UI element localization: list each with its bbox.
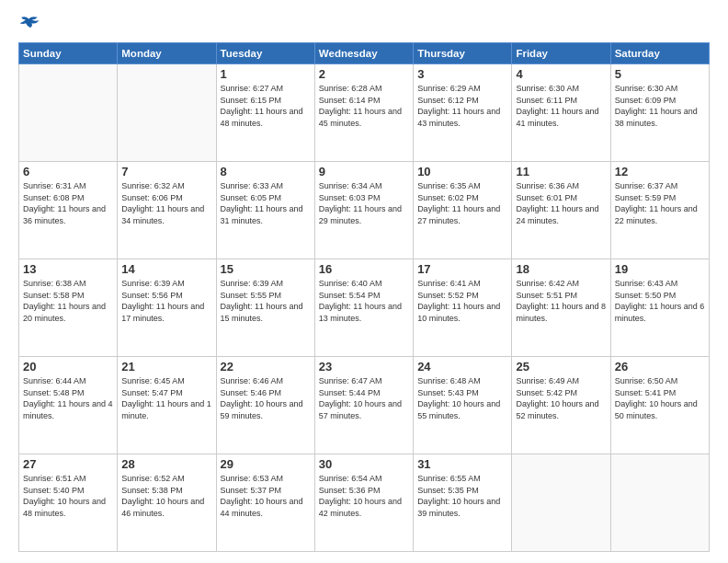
day-info: Sunrise: 6:38 AM Sunset: 5:58 PM Dayligh… — [23, 278, 113, 324]
day-info: Sunrise: 6:53 AM Sunset: 5:37 PM Dayligh… — [221, 473, 311, 519]
day-info: Sunrise: 6:33 AM Sunset: 6:05 PM Dayligh… — [221, 180, 311, 226]
calendar-day-cell: 16Sunrise: 6:40 AM Sunset: 5:54 PM Dayli… — [314, 259, 413, 357]
day-number: 30 — [319, 457, 409, 471]
calendar-day-header: Saturday — [610, 43, 709, 64]
calendar-header-row: SundayMondayTuesdayWednesdayThursdayFrid… — [19, 43, 710, 64]
calendar-week-row: 27Sunrise: 6:51 AM Sunset: 5:40 PM Dayli… — [19, 454, 710, 552]
day-number: 21 — [121, 360, 211, 373]
day-number: 4 — [516, 67, 606, 81]
calendar-day-header: Monday — [118, 43, 216, 64]
calendar-day-cell: 1Sunrise: 6:27 AM Sunset: 6:15 PM Daylig… — [216, 64, 314, 162]
calendar-day-cell — [19, 64, 118, 162]
day-number: 3 — [417, 67, 507, 81]
day-info: Sunrise: 6:35 AM Sunset: 6:02 PM Dayligh… — [417, 180, 507, 226]
calendar-day-cell: 11Sunrise: 6:36 AM Sunset: 6:01 PM Dayli… — [512, 162, 610, 259]
calendar-day-cell: 13Sunrise: 6:38 AM Sunset: 5:58 PM Dayli… — [19, 259, 118, 357]
day-number: 28 — [121, 457, 211, 471]
calendar-day-cell: 27Sunrise: 6:51 AM Sunset: 5:40 PM Dayli… — [19, 454, 118, 552]
day-info: Sunrise: 6:37 AM Sunset: 5:59 PM Dayligh… — [615, 180, 705, 226]
day-number: 20 — [23, 360, 113, 373]
day-number: 1 — [221, 67, 311, 81]
calendar-day-header: Tuesday — [216, 43, 314, 64]
logo — [18, 15, 44, 33]
day-info: Sunrise: 6:41 AM Sunset: 5:52 PM Dayligh… — [417, 278, 507, 324]
calendar-day-cell: 10Sunrise: 6:35 AM Sunset: 6:02 PM Dayli… — [414, 162, 512, 259]
day-number: 27 — [23, 457, 113, 471]
day-number: 16 — [319, 262, 409, 276]
day-info: Sunrise: 6:29 AM Sunset: 6:12 PM Dayligh… — [417, 83, 507, 129]
day-number: 13 — [23, 262, 113, 276]
day-number: 11 — [516, 165, 606, 178]
day-number: 5 — [615, 67, 705, 81]
calendar-day-cell: 19Sunrise: 6:43 AM Sunset: 5:50 PM Dayli… — [610, 259, 709, 357]
calendar-day-cell: 21Sunrise: 6:45 AM Sunset: 5:47 PM Dayli… — [118, 357, 216, 454]
day-info: Sunrise: 6:39 AM Sunset: 5:55 PM Dayligh… — [221, 278, 311, 324]
day-number: 26 — [615, 360, 705, 373]
calendar-week-row: 20Sunrise: 6:44 AM Sunset: 5:48 PM Dayli… — [19, 357, 710, 454]
day-info: Sunrise: 6:44 AM Sunset: 5:48 PM Dayligh… — [23, 375, 113, 421]
calendar-day-cell: 3Sunrise: 6:29 AM Sunset: 6:12 PM Daylig… — [414, 64, 512, 162]
calendar-day-cell: 17Sunrise: 6:41 AM Sunset: 5:52 PM Dayli… — [414, 259, 512, 357]
day-info: Sunrise: 6:47 AM Sunset: 5:44 PM Dayligh… — [319, 375, 409, 421]
calendar-day-cell: 20Sunrise: 6:44 AM Sunset: 5:48 PM Dayli… — [19, 357, 118, 454]
calendar-table: SundayMondayTuesdayWednesdayThursdayFrid… — [18, 42, 710, 552]
day-number: 25 — [516, 360, 606, 373]
day-number: 2 — [319, 67, 409, 81]
day-info: Sunrise: 6:31 AM Sunset: 6:08 PM Dayligh… — [23, 180, 113, 226]
calendar-day-header: Wednesday — [314, 43, 413, 64]
day-info: Sunrise: 6:46 AM Sunset: 5:46 PM Dayligh… — [221, 375, 311, 421]
day-number: 17 — [417, 262, 507, 276]
calendar-day-cell: 31Sunrise: 6:55 AM Sunset: 5:35 PM Dayli… — [414, 454, 512, 552]
calendar-week-row: 6Sunrise: 6:31 AM Sunset: 6:08 PM Daylig… — [19, 162, 710, 259]
calendar-day-cell: 9Sunrise: 6:34 AM Sunset: 6:03 PM Daylig… — [314, 162, 413, 259]
day-info: Sunrise: 6:45 AM Sunset: 5:47 PM Dayligh… — [121, 375, 211, 421]
calendar-day-header: Sunday — [19, 43, 118, 64]
calendar-day-cell: 28Sunrise: 6:52 AM Sunset: 5:38 PM Dayli… — [118, 454, 216, 552]
day-info: Sunrise: 6:40 AM Sunset: 5:54 PM Dayligh… — [319, 278, 409, 324]
day-number: 6 — [23, 165, 113, 178]
day-info: Sunrise: 6:43 AM Sunset: 5:50 PM Dayligh… — [615, 278, 705, 324]
day-info: Sunrise: 6:36 AM Sunset: 6:01 PM Dayligh… — [516, 180, 606, 226]
calendar-day-header: Thursday — [414, 43, 512, 64]
day-info: Sunrise: 6:32 AM Sunset: 6:06 PM Dayligh… — [121, 180, 211, 226]
day-number: 7 — [121, 165, 211, 178]
day-info: Sunrise: 6:42 AM Sunset: 5:51 PM Dayligh… — [516, 278, 606, 324]
day-info: Sunrise: 6:54 AM Sunset: 5:36 PM Dayligh… — [319, 473, 409, 519]
calendar-day-header: Friday — [512, 43, 610, 64]
calendar-day-cell — [610, 454, 709, 552]
day-info: Sunrise: 6:50 AM Sunset: 5:41 PM Dayligh… — [615, 375, 705, 421]
day-info: Sunrise: 6:49 AM Sunset: 5:42 PM Dayligh… — [516, 375, 606, 421]
calendar-day-cell: 15Sunrise: 6:39 AM Sunset: 5:55 PM Dayli… — [216, 259, 314, 357]
calendar-day-cell: 8Sunrise: 6:33 AM Sunset: 6:05 PM Daylig… — [216, 162, 314, 259]
day-number: 8 — [221, 165, 311, 178]
calendar-day-cell: 30Sunrise: 6:54 AM Sunset: 5:36 PM Dayli… — [314, 454, 413, 552]
day-info: Sunrise: 6:48 AM Sunset: 5:43 PM Dayligh… — [417, 375, 507, 421]
calendar-day-cell: 23Sunrise: 6:47 AM Sunset: 5:44 PM Dayli… — [314, 357, 413, 454]
calendar-day-cell: 7Sunrise: 6:32 AM Sunset: 6:06 PM Daylig… — [118, 162, 216, 259]
day-info: Sunrise: 6:30 AM Sunset: 6:09 PM Dayligh… — [615, 83, 705, 129]
calendar-day-cell: 4Sunrise: 6:30 AM Sunset: 6:11 PM Daylig… — [512, 64, 610, 162]
calendar-day-cell: 22Sunrise: 6:46 AM Sunset: 5:46 PM Dayli… — [216, 357, 314, 454]
day-number: 19 — [615, 262, 705, 276]
calendar-day-cell: 12Sunrise: 6:37 AM Sunset: 5:59 PM Dayli… — [610, 162, 709, 259]
day-info: Sunrise: 6:39 AM Sunset: 5:56 PM Dayligh… — [121, 278, 211, 324]
calendar-week-row: 1Sunrise: 6:27 AM Sunset: 6:15 PM Daylig… — [19, 64, 710, 162]
calendar-day-cell — [118, 64, 216, 162]
day-number: 15 — [221, 262, 311, 276]
calendar-day-cell: 6Sunrise: 6:31 AM Sunset: 6:08 PM Daylig… — [19, 162, 118, 259]
calendar-day-cell: 25Sunrise: 6:49 AM Sunset: 5:42 PM Dayli… — [512, 357, 610, 454]
day-number: 23 — [319, 360, 409, 373]
calendar-day-cell: 14Sunrise: 6:39 AM Sunset: 5:56 PM Dayli… — [118, 259, 216, 357]
calendar-day-cell: 26Sunrise: 6:50 AM Sunset: 5:41 PM Dayli… — [610, 357, 709, 454]
day-info: Sunrise: 6:28 AM Sunset: 6:14 PM Dayligh… — [319, 83, 409, 129]
day-info: Sunrise: 6:51 AM Sunset: 5:40 PM Dayligh… — [23, 473, 113, 519]
day-number: 18 — [516, 262, 606, 276]
day-info: Sunrise: 6:30 AM Sunset: 6:11 PM Dayligh… — [516, 83, 606, 129]
day-info: Sunrise: 6:34 AM Sunset: 6:03 PM Dayligh… — [319, 180, 409, 226]
day-number: 10 — [417, 165, 507, 178]
calendar-day-cell: 5Sunrise: 6:30 AM Sunset: 6:09 PM Daylig… — [610, 64, 709, 162]
day-number: 14 — [121, 262, 211, 276]
page: SundayMondayTuesdayWednesdayThursdayFrid… — [0, 0, 728, 563]
day-number: 29 — [221, 457, 311, 471]
day-number: 22 — [221, 360, 311, 373]
